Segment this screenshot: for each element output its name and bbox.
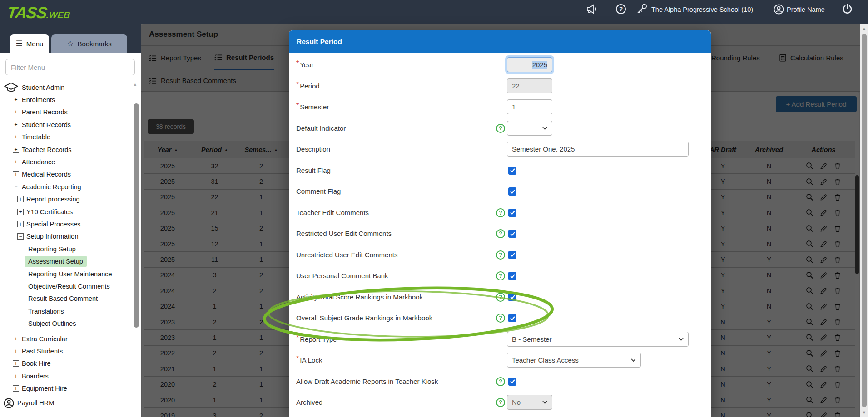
filter-menu-input[interactable] [5,59,135,75]
sidebar-item-payroll-hrm[interactable]: Payroll HRM [0,397,133,409]
modal-header: Result Period [289,30,711,53]
field-help-icon[interactable]: ? [496,293,505,302]
ia-lock-select[interactable]: Teacher Class Access [507,353,641,368]
field-help-icon[interactable]: ? [496,314,505,323]
help-icon[interactable]: ? [616,4,626,14]
collapse-icon[interactable]: − [13,184,19,190]
sidebar-item-boarders[interactable]: +Boarders [0,370,133,382]
expand-icon[interactable]: + [13,348,19,354]
sidebar-item-result-based-comment[interactable]: Result Based Comment [0,293,133,305]
sidebar-item-extra-curricular[interactable]: +Extra Curricular [0,333,133,345]
scroll-up-arrow-icon[interactable]: ▲ [860,26,868,31]
expand-icon[interactable]: + [13,109,19,115]
sidebar-item-label: Book Hire [22,360,51,367]
field-label: *Year [296,57,314,73]
sidebar-item-timetable[interactable]: +Timetable [0,131,133,143]
expand-icon[interactable]: + [17,196,24,202]
expand-icon[interactable]: + [13,373,19,379]
field-label: Activity Total Score Rankings in Markboo… [296,289,423,305]
sidebar-scrollbar-thumb[interactable] [134,103,139,328]
field-label: Unrestricted User Edit Comments [296,247,397,263]
field-help-icon[interactable]: ? [496,398,505,407]
field-label: Comment Flag [296,183,341,200]
user-personal-comment-bank-checkbox[interactable] [508,272,516,280]
report-type-select[interactable]: B - Semester [507,332,689,347]
allow-draft-academic-reports-in-teacher-kiosk-checkbox[interactable] [508,378,516,386]
expand-icon[interactable]: + [13,97,19,103]
school-switcher[interactable]: The Alpha Progressive School (10) [651,6,760,13]
expand-icon[interactable]: + [17,221,24,227]
expand-icon[interactable]: + [13,336,19,342]
sidebar-item-book-hire[interactable]: +Book Hire [0,358,133,370]
restricted-user-edit-comments-checkbox[interactable] [508,230,516,238]
collapse-icon[interactable]: − [17,233,24,240]
person-icon [774,4,784,16]
sidebar-item-assessment-setup[interactable]: Assessment Setup [0,255,133,267]
sidebar-item-medical-records[interactable]: +Medical Records [0,168,133,181]
archived-select[interactable]: No [507,395,552,410]
expand-icon[interactable]: + [13,360,19,367]
sidebar-item-report-processing[interactable]: +Report processing [0,193,133,206]
period-input[interactable]: 22 [507,78,552,93]
sidebar-item-enrolments[interactable]: +Enrolments [0,93,133,106]
sidebar-item-attendance[interactable]: +Attendance [0,156,133,168]
page-scrollbar-thumb[interactable] [862,34,867,407]
year-input[interactable]: 2025 [507,57,552,72]
comment-flag-checkbox[interactable] [508,187,516,196]
expand-icon[interactable]: + [13,385,19,392]
sidebar-item-academic-reporting[interactable]: −Academic Reporting [0,181,133,193]
field-help-icon[interactable]: ? [496,250,505,260]
chevron-down-icon [631,358,636,362]
field-help-icon[interactable]: ? [496,208,505,217]
sidebar-item-label: Academic Reporting [22,183,81,191]
scroll-down-arrow-icon[interactable]: ▼ [860,410,868,415]
activity-total-score-rankings-in-markbook-checkbox[interactable] [508,293,516,301]
field-help-icon[interactable]: ? [496,377,505,386]
sidebar-item-label: Subject Outlines [28,320,76,327]
description-input[interactable]: Semester One, 2025 [507,142,689,157]
field-help-icon[interactable]: ? [496,229,505,238]
sidebar-item-setup-information[interactable]: −Setup Information [0,231,133,243]
sidebar-item-student-admin[interactable]: Student Admin [0,81,133,93]
sidebar-item-equipment-hire[interactable]: +Equipment Hire [0,382,133,394]
sidebar-item-label: Reporting User Maintenance [28,270,112,278]
sidebar-item-objective-result-comments[interactable]: Objective/Result Comments [0,280,133,292]
overall-subject-grade-rankings-in-markbook-checkbox[interactable] [508,314,516,322]
field-label: Overall Subject Grade Rankings in Markbo… [296,310,432,326]
power-icon[interactable] [842,3,853,16]
sidebar-item-teacher-records[interactable]: +Teacher Records [0,143,133,156]
star-icon: ☆ [67,40,74,48]
page-scrollbar[interactable]: ▲ ▼ [860,24,868,417]
sidebar-item-reporting-user-maintenance[interactable]: Reporting User Maintenance [0,268,133,280]
chevron-down-icon [542,401,547,404]
sidebar-item-parent-records[interactable]: +Parent Records [0,106,133,118]
expand-icon[interactable]: + [13,171,19,177]
semester-input[interactable]: 1 [507,99,552,114]
expand-icon[interactable]: + [13,147,19,153]
expand-icon[interactable]: + [13,159,19,165]
field-row-semester: *Semester1 [289,99,711,115]
expand-icon[interactable]: + [13,122,19,128]
sidebar-item-student-records[interactable]: +Student Records [0,118,133,131]
expand-icon[interactable]: + [13,134,19,140]
result-flag-checkbox[interactable] [508,167,516,175]
expand-icon[interactable]: + [17,209,24,215]
sidebar-item-reporting-setup[interactable]: Reporting Setup [0,243,133,255]
sidebar-item-label: Reporting Setup [28,245,76,253]
sidebar-item-past-students[interactable]: +Past Students [0,345,133,357]
profile-menu[interactable]: Profile Name [787,6,825,13]
field-help-icon[interactable]: ? [496,124,505,133]
scroll-up-arrow-icon[interactable]: ▲ [133,82,137,87]
sidebar-item-subject-outlines[interactable]: Subject Outlines [0,317,133,329]
default-indicator-select[interactable] [507,121,552,136]
teacher-edit-comments-checkbox[interactable] [508,209,516,217]
field-help-icon[interactable]: ? [496,271,505,280]
unrestricted-user-edit-comments-checkbox[interactable] [508,251,516,259]
menu-tab[interactable]: ☰ Menu [10,34,49,53]
megaphone-icon[interactable] [586,4,598,16]
sidebar-item-y10-certificates[interactable]: +Y10 Certificates [0,206,133,218]
sidebar-item-translations[interactable]: Translations [0,305,133,317]
bookmarks-tab[interactable]: ☆ Bookmarks [51,34,127,53]
sidebar-item-special-processes[interactable]: +Special Processes [0,218,133,230]
sidebar-item-label: Payroll HRM [17,399,54,407]
